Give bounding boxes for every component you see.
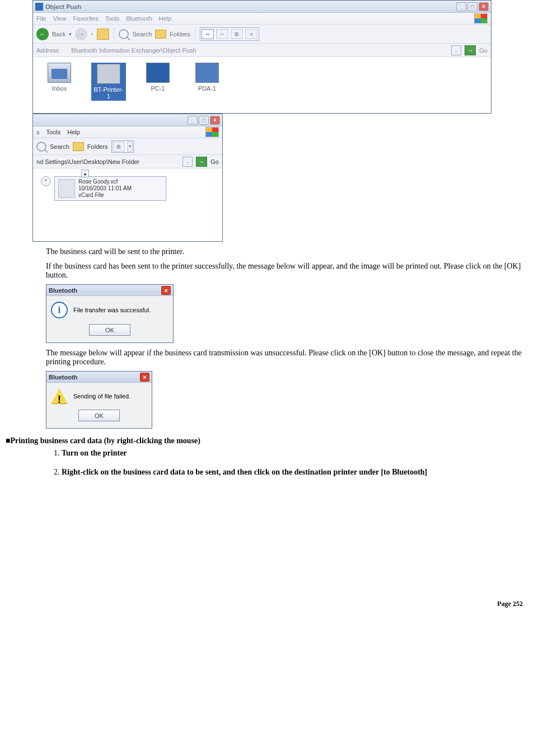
- new-folder-window: _ □ × s Tools Help Search Folders ⊞▾ nd …: [32, 114, 223, 242]
- collapse-icon[interactable]: ⌃: [41, 176, 51, 186]
- back-label[interactable]: Back: [52, 31, 65, 37]
- window-titlebar: Object Push _ □ ×: [33, 1, 491, 13]
- file-date: 10/16/2003 11:01 AM: [78, 185, 132, 192]
- paragraph-fail-desc: The message below will appear if the bus…: [46, 349, 527, 367]
- address-field[interactable]: nd Settings\User\Desktop\New Folder: [36, 158, 179, 165]
- menu-bar: File View Favorites Tools Bluetooth Help: [33, 13, 491, 25]
- object-push-window: Object Push _ □ × File View Favorites To…: [32, 0, 491, 114]
- close-button[interactable]: ×: [161, 286, 171, 295]
- item-printer[interactable]: BT-Printer-1: [91, 63, 126, 101]
- view-icons-icon[interactable]: ⊞: [231, 29, 243, 39]
- dialog-message: Sending of file failed.: [73, 393, 130, 400]
- address-dropdown-icon[interactable]: ⌄: [182, 157, 193, 167]
- vcard-icon: [58, 179, 75, 198]
- menu-help[interactable]: Help: [67, 129, 80, 135]
- close-button[interactable]: ×: [210, 116, 220, 125]
- menu-bluetooth[interactable]: Bluetooth: [126, 15, 152, 22]
- menu-help[interactable]: Help: [159, 15, 172, 22]
- step-text: Turn on the printer: [62, 449, 127, 457]
- item-label: PDA-1: [190, 85, 224, 92]
- address-field[interactable]: Bluetooth Information Exchanger\Object P…: [62, 47, 448, 54]
- address-bar: nd Settings\User\Desktop\New Folder ⌄ → …: [33, 155, 222, 168]
- dialog-title: Bluetooth: [49, 374, 77, 381]
- address-icon: [62, 47, 69, 54]
- dialog-body: ! Sending of file failed. OK: [46, 383, 152, 428]
- view-list-icon[interactable]: ≡: [245, 29, 257, 39]
- menu-tools[interactable]: Tools: [46, 129, 61, 135]
- dialog-button-row: OK: [51, 324, 168, 336]
- folders-icon[interactable]: [155, 30, 166, 39]
- go-button-icon[interactable]: →: [465, 45, 476, 55]
- folders-icon[interactable]: [73, 142, 84, 151]
- dialog-fail: Bluetooth × ! Sending of file failed. OK: [46, 371, 152, 429]
- file-type: vCard File: [78, 192, 132, 199]
- folder-content: Inbox BT-Printer-1 PC-1 PDA-1: [33, 57, 491, 113]
- close-button[interactable]: ×: [140, 373, 149, 382]
- dialog-message: File transfer was successful.: [73, 307, 151, 313]
- forward-dropdown-icon[interactable]: ▾: [91, 31, 93, 37]
- inbox-icon: [48, 63, 71, 83]
- separator: [195, 27, 195, 41]
- close-button[interactable]: ×: [479, 2, 489, 11]
- chevron-down-icon: ▾: [127, 142, 133, 152]
- search-label[interactable]: Search: [132, 31, 152, 37]
- scroll-up-icon[interactable]: ▴: [81, 170, 89, 177]
- maximize-button[interactable]: □: [467, 2, 477, 11]
- dialog-message-row: i File transfer was successful.: [51, 302, 168, 318]
- view-thumbnails-icon[interactable]: ▪▪: [202, 29, 214, 39]
- ok-button[interactable]: OK: [78, 410, 120, 421]
- view-dropdown[interactable]: ⊞▾: [111, 140, 134, 153]
- pda-icon: [195, 63, 219, 83]
- steps-list: Turn on the printer Right-click on the b…: [62, 449, 528, 477]
- address-path: Bluetooth Information Exchanger\Object P…: [71, 47, 196, 54]
- file-card[interactable]: Rose Goody.vcf 10/16/2003 11:01 AM vCard…: [54, 176, 166, 201]
- address-dropdown-icon[interactable]: ⌄: [451, 45, 461, 55]
- go-button-icon[interactable]: →: [196, 157, 207, 167]
- window-titlebar: _ □ ×: [33, 114, 222, 126]
- section-title: Printing business card data (by right-cl…: [10, 436, 200, 445]
- window-buttons: _ □ ×: [188, 116, 220, 125]
- menu-view[interactable]: View: [53, 15, 67, 22]
- windows-logo-icon: [474, 13, 488, 24]
- search-icon[interactable]: [119, 29, 129, 39]
- up-folder-icon[interactable]: [97, 29, 109, 40]
- item-label: PC-1: [140, 85, 175, 92]
- dialog-button-row: OK: [51, 410, 147, 421]
- item-pc[interactable]: PC-1: [140, 63, 175, 92]
- ok-button[interactable]: OK: [89, 324, 130, 336]
- view-tiles-icon[interactable]: ▫▫: [216, 29, 228, 39]
- folders-label[interactable]: Folders: [87, 143, 108, 150]
- info-icon: i: [51, 302, 68, 318]
- go-label[interactable]: Go: [210, 158, 219, 165]
- item-label: BT-Printer-1: [92, 86, 125, 100]
- menu-bar: s Tools Help: [33, 126, 222, 138]
- back-button-icon[interactable]: ←: [36, 28, 49, 40]
- pc-icon: [146, 63, 170, 83]
- maximize-button[interactable]: □: [199, 116, 209, 125]
- go-label[interactable]: Go: [479, 47, 488, 54]
- menu-tools[interactable]: Tools: [105, 15, 120, 22]
- back-dropdown-icon[interactable]: ▾: [69, 31, 72, 37]
- search-label[interactable]: Search: [50, 143, 69, 150]
- dialog-body: i File transfer was successful. OK: [46, 296, 173, 342]
- toolbar: ← Back ▾ → ▾ Search Folders ▪▪ ▫▫ ⊞ ≡: [33, 25, 491, 44]
- file-name: Rose Goody.vcf: [78, 179, 132, 185]
- warning-icon: !: [51, 388, 68, 404]
- minimize-button[interactable]: _: [456, 2, 466, 11]
- folder-content: ⌃ ▴ Rose Goody.vcf 10/16/2003 11:01 AM v…: [33, 168, 222, 241]
- step-1: Turn on the printer: [62, 449, 528, 458]
- search-icon[interactable]: [36, 142, 46, 152]
- window-title: Object Push: [45, 3, 81, 10]
- item-pda[interactable]: PDA-1: [190, 63, 224, 92]
- toolbar: Search Folders ⊞▾: [33, 138, 222, 155]
- app-icon: [35, 3, 43, 11]
- forward-button-icon[interactable]: →: [75, 28, 87, 40]
- menu-file[interactable]: File: [36, 15, 46, 22]
- printer-icon: [97, 64, 120, 84]
- paragraph-sent: The business card will be sent to the pr…: [46, 247, 527, 256]
- menu-favorites[interactable]: Favorites: [73, 15, 98, 22]
- dialog-success: Bluetooth × i File transfer was successf…: [46, 284, 174, 343]
- item-inbox[interactable]: Inbox: [42, 63, 77, 92]
- folders-label[interactable]: Folders: [170, 31, 190, 37]
- minimize-button[interactable]: _: [188, 116, 198, 125]
